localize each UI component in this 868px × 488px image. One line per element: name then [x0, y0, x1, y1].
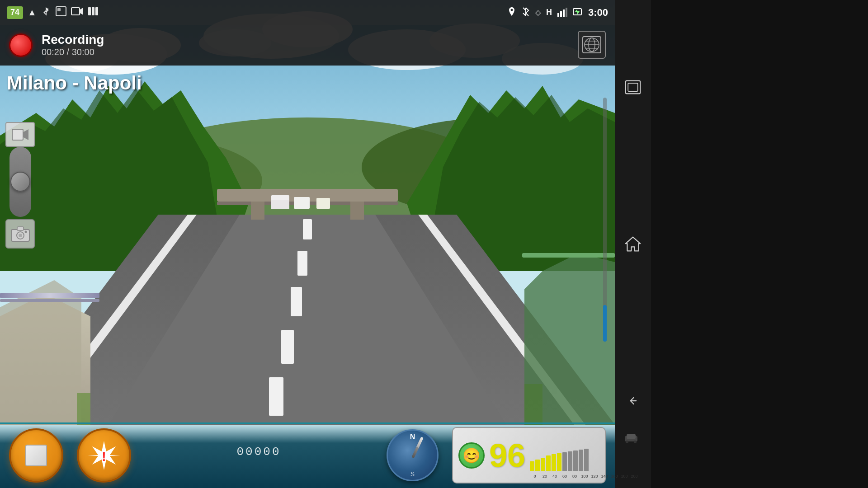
svg-marker-28: [0, 280, 81, 425]
back-button[interactable]: [621, 388, 646, 413]
gallery-icon: [56, 6, 66, 19]
speed-scale-100: 100: [580, 474, 590, 479]
svg-point-12: [362, 117, 615, 217]
bluetooth-status-icon: [522, 7, 530, 19]
stop-button[interactable]: [9, 428, 63, 483]
time-display: 3:00: [588, 7, 608, 19]
speed-scale-180: 180: [619, 474, 629, 479]
notification-badge: 74: [7, 6, 23, 19]
svg-rect-24: [269, 377, 283, 416]
svg-rect-63: [12, 129, 23, 140]
odometer: 00000: [145, 445, 373, 465]
svg-rect-36: [350, 202, 364, 220]
svg-rect-55: [581, 10, 582, 13]
svg-rect-20: [303, 219, 312, 239]
zoom-handle[interactable]: [10, 172, 30, 192]
left-controls: [5, 122, 35, 249]
recording-info: Recording 00:20 / 30:00: [42, 33, 104, 57]
svg-point-69: [24, 230, 27, 233]
svg-marker-16: [425, 95, 615, 271]
home-button[interactable]: [621, 231, 646, 256]
svg-rect-33: [217, 189, 398, 202]
svg-point-11: [9, 136, 262, 226]
svg-text:!: !: [102, 450, 106, 464]
svg-point-67: [19, 234, 22, 237]
recording-bar: Recording 00:20 / 30:00: [0, 25, 615, 66]
compass-widget: N S: [387, 429, 439, 481]
speed-scale-160: 160: [609, 474, 619, 479]
video-mode-button[interactable]: [5, 122, 35, 147]
compass-north-label: N: [410, 433, 415, 441]
svg-marker-18: [0, 215, 615, 425]
recording-indicator: [9, 33, 33, 57]
navigation-icon: ▲: [28, 7, 37, 18]
svg-marker-26: [418, 215, 585, 425]
svg-rect-39: [294, 197, 310, 209]
speed-scale-200: 200: [629, 474, 639, 479]
svg-rect-49: [95, 7, 98, 15]
svg-rect-43: [56, 7, 66, 16]
route-label: Milano - Napoli: [7, 72, 142, 94]
emergency-button[interactable]: !: [77, 428, 131, 483]
svg-marker-31: [524, 253, 615, 425]
svg-rect-34: [217, 202, 398, 205]
compass-south-label: S: [410, 470, 415, 478]
bottom-controls: ! 00000 N S 😊 96: [0, 422, 615, 488]
svg-marker-13: [0, 81, 249, 271]
android-nav-sidebar: [615, 0, 651, 488]
vertical-progress-fill: [603, 305, 607, 342]
speed-bar-3: [541, 458, 545, 471]
speed-scale-80: 80: [570, 474, 580, 479]
speed-graph: 0 20 40 60 80 100 120 140 160 180 200: [530, 432, 639, 479]
h-icon: H: [546, 8, 552, 17]
speed-bar-5: [552, 454, 556, 471]
bluetooth-icon: [41, 6, 51, 19]
svg-rect-23: [281, 330, 294, 364]
svg-marker-17: [0, 215, 615, 425]
odometer-display: 00000: [236, 445, 281, 459]
svg-marker-46: [80, 8, 83, 15]
speed-bar-6: [557, 453, 561, 471]
speed-bar-4: [546, 455, 551, 471]
menu-icon: [88, 6, 99, 19]
svg-rect-53: [566, 8, 567, 17]
svg-point-10: [127, 117, 488, 226]
zoom-slider[interactable]: [9, 147, 31, 217]
svg-rect-47: [88, 7, 91, 15]
speed-scale: 0 20 40 60 80 100 120 140 160 180 200: [530, 474, 639, 479]
speed-bar-11: [584, 449, 589, 471]
svg-marker-15: [407, 86, 615, 271]
status-bar: 74 ▲ ◇ H: [0, 0, 615, 25]
map-button[interactable]: [578, 31, 606, 59]
svg-rect-68: [17, 227, 24, 230]
svg-rect-52: [563, 9, 565, 17]
speed-bar-8: [568, 451, 572, 471]
status-bar-right: ◇ H 3:00: [507, 7, 608, 19]
svg-rect-30: [0, 299, 99, 302]
location-icon: [507, 7, 516, 19]
speed-panel: 😊 96: [452, 427, 606, 483]
svg-rect-73: [627, 434, 636, 439]
speed-scale-140: 140: [599, 474, 609, 479]
speed-bar-7: [562, 452, 567, 471]
svg-marker-56: [575, 9, 580, 14]
svg-rect-48: [92, 7, 94, 15]
svg-marker-19: [108, 215, 506, 425]
speed-bar-9: [573, 450, 578, 471]
vertical-progress-bar: [603, 98, 607, 342]
overview-button[interactable]: [621, 75, 646, 100]
signal-bars-icon: [557, 7, 567, 19]
svg-point-74: [626, 441, 628, 443]
svg-rect-45: [71, 8, 80, 15]
svg-rect-77: [628, 83, 638, 91]
svg-rect-35: [251, 202, 264, 220]
svg-rect-37: [271, 195, 289, 209]
svg-rect-40: [316, 198, 330, 209]
camera-button[interactable]: [5, 219, 35, 249]
svg-marker-64: [24, 129, 28, 140]
car-icon: [530, 432, 639, 446]
speed-scale-0: 0: [530, 474, 540, 479]
svg-marker-25: [29, 215, 197, 425]
speed-status-icon: 😊: [458, 442, 485, 469]
video-status-icon: [71, 6, 84, 19]
